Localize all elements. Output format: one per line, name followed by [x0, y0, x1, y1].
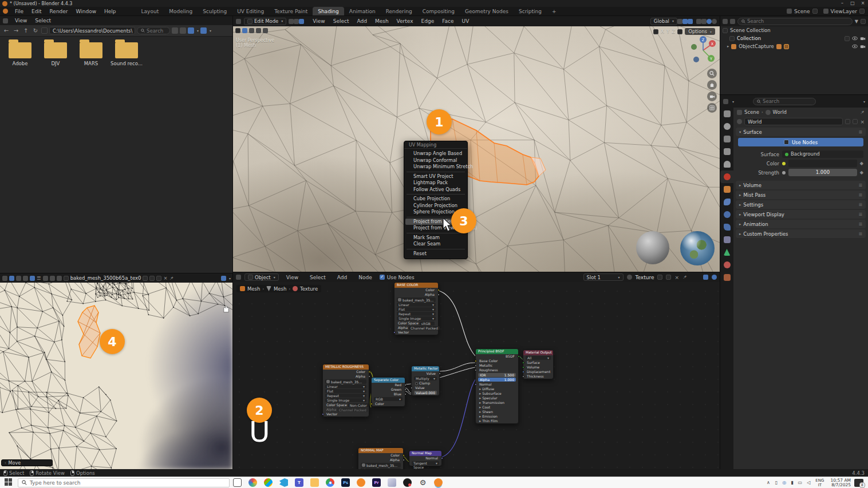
- app-icon-media[interactable]: [403, 478, 412, 487]
- tab-output[interactable]: [720, 133, 733, 145]
- outliner-row-collection[interactable]: Collection: [720, 34, 868, 42]
- premiere-icon[interactable]: Pr: [372, 478, 381, 487]
- filter-icon[interactable]: [200, 27, 207, 34]
- pivot-icon[interactable]: [43, 276, 48, 281]
- snap-magnet-icon[interactable]: [50, 276, 55, 281]
- forward-icon[interactable]: →: [12, 27, 20, 34]
- section-thin-film[interactable]: ▸ Thin Film: [476, 419, 518, 423]
- new-folder-icon[interactable]: [41, 27, 48, 34]
- snapping-icon[interactable]: [703, 275, 708, 280]
- node-metallic-factor[interactable]: Metallic Factor Value Multiply▾ Clamp Va…: [411, 366, 440, 396]
- shading-wireframe-icon[interactable]: [696, 19, 701, 24]
- shading-rendered-icon[interactable]: [712, 19, 717, 24]
- extension-dropdown[interactable]: Repeat▾: [325, 394, 366, 398]
- fake-user-shield-icon[interactable]: [845, 119, 850, 124]
- menu-item-reset[interactable]: Reset: [404, 251, 467, 257]
- settings-panel-header[interactable]: ▸Settings☰: [736, 200, 866, 209]
- uv-face-select-icon[interactable]: [30, 276, 35, 281]
- refresh-icon[interactable]: ↻: [31, 27, 40, 34]
- menu-file[interactable]: File: [11, 7, 27, 16]
- volume-panel-header[interactable]: ▸Volume☰: [736, 181, 866, 189]
- menu-item-unwrap-conformal[interactable]: Unwrap Conformal: [404, 157, 467, 164]
- extension-dropdown[interactable]: Repeat▾: [397, 312, 436, 316]
- world-browse-icon[interactable]: [737, 119, 742, 124]
- vp-menu-vertex[interactable]: Vertex: [393, 17, 417, 26]
- rotate-tool-icon[interactable]: [256, 28, 261, 33]
- vertex-select-icon[interactable]: [289, 19, 294, 24]
- surface-value-dropdown[interactable]: Background: [782, 150, 863, 158]
- tab-scene[interactable]: [720, 158, 733, 170]
- navigation-gizmo[interactable]: X Y Z: [688, 35, 718, 65]
- menu-render[interactable]: Render: [46, 7, 72, 16]
- workspace-tab-shading[interactable]: Shading: [313, 7, 344, 16]
- uv-sync-icon[interactable]: [9, 276, 14, 281]
- zoom-view-icon[interactable]: [707, 69, 717, 78]
- workspace-tab-compositing[interactable]: Compositing: [417, 7, 460, 16]
- outliner-row-scene-collection[interactable]: Scene Collection: [720, 26, 868, 34]
- tray-expand-icon[interactable]: ∧: [767, 480, 770, 485]
- mist-pass-panel-header[interactable]: ▸Mist Pass☰: [736, 191, 866, 199]
- unlink-icon[interactable]: ×: [163, 275, 167, 281]
- material-browse-icon[interactable]: [627, 275, 632, 280]
- gray-sphere-object[interactable]: [636, 231, 669, 264]
- node-separate-color[interactable]: Separate Color Red Green Blue RGB▾ Color: [371, 377, 405, 407]
- projection-dropdown[interactable]: Flat▾: [397, 307, 436, 311]
- animation-panel-header[interactable]: ▸Animation☰: [736, 220, 866, 228]
- disable-render-camera-icon[interactable]: [860, 36, 866, 41]
- tray-clipboard-icon[interactable]: ▯: [775, 480, 778, 485]
- editor-type-icon[interactable]: [236, 275, 241, 280]
- blender-icon[interactable]: [357, 478, 365, 487]
- snap-individual-icon[interactable]: [677, 29, 682, 34]
- hide-eye-icon[interactable]: [852, 36, 858, 41]
- animate-diamond-icon[interactable]: ◆: [860, 161, 863, 166]
- menu-help[interactable]: Help: [100, 7, 120, 16]
- use-nodes-checkbox[interactable]: ✓ Use Nodes: [380, 275, 415, 280]
- ne-menu-add[interactable]: Add: [333, 273, 351, 282]
- app-icon-3d-viewer[interactable]: [388, 478, 396, 487]
- alpha-field[interactable]: Alpha1.000: [478, 378, 516, 382]
- tab-physics[interactable]: [720, 221, 733, 233]
- colorspace-dropdown[interactable]: sRGB: [420, 322, 435, 326]
- workspace-tab-scripting[interactable]: Scripting: [514, 7, 547, 16]
- blender-active-icon[interactable]: [434, 478, 443, 487]
- section-subsurface[interactable]: ▸ Subsurface: [476, 391, 518, 396]
- outliner-search-input[interactable]: Search: [737, 18, 853, 25]
- section-transmission[interactable]: ▸ Transmission: [476, 400, 518, 405]
- add-workspace-button[interactable]: +: [547, 7, 562, 16]
- app-icon-designer[interactable]: [264, 478, 273, 487]
- minimize-button[interactable]: –: [837, 0, 847, 7]
- node-metallic-roughness[interactable]: METALLIC ROUGHNESS Color Alpha baked_mes…: [322, 364, 369, 417]
- node-principled-bsdf[interactable]: Principled BSDF BSDF Base Color Metallic…: [475, 348, 519, 424]
- overlay-toggle-icon[interactable]: [712, 275, 717, 280]
- tab-constraints[interactable]: [720, 233, 733, 246]
- vp-menu-face[interactable]: Face: [438, 17, 457, 26]
- operation-dropdown[interactable]: Multiply▾: [414, 376, 437, 380]
- settings-gear-icon[interactable]: ⚙: [419, 478, 427, 487]
- back-icon[interactable]: ←: [2, 27, 10, 34]
- unlink-icon[interactable]: ×: [674, 275, 679, 280]
- mirror-y[interactable]: Y: [666, 29, 669, 34]
- tray-bluetooth-icon[interactable]: ◎: [782, 480, 786, 485]
- menu-item-unwrap-angle[interactable]: Unwrap Angle Based: [404, 150, 467, 157]
- target-dropdown[interactable]: All▾: [526, 356, 551, 360]
- vp-menu-uv[interactable]: UV: [458, 17, 474, 26]
- alpha-dropdown[interactable]: Channel Packed: [409, 326, 440, 330]
- surface-panel-header[interactable]: ▾Surface ☰: [736, 128, 866, 136]
- section-emission[interactable]: ▸ Emission: [476, 414, 518, 419]
- notification-center-icon[interactable]: 8: [854, 479, 863, 487]
- box-select-tool-icon[interactable]: [242, 28, 247, 33]
- node-base-color[interactable]: BASE COLOR Color Alpha baked_mesh_35... …: [394, 282, 439, 335]
- new-datablock-icon[interactable]: [853, 119, 858, 124]
- maximize-button[interactable]: □: [847, 0, 858, 7]
- file-explorer-icon[interactable]: [310, 478, 319, 487]
- orientation-dropdown[interactable]: Global▾: [650, 18, 677, 25]
- exclude-checkbox-icon[interactable]: [845, 36, 850, 41]
- mirror-icon[interactable]: [653, 29, 658, 34]
- up-icon[interactable]: ↑: [22, 27, 30, 34]
- menu-item-smart-uv[interactable]: Smart UV Project: [404, 173, 467, 180]
- image-selector[interactable]: baked_mesh_35...: [397, 297, 436, 302]
- new-material-icon[interactable]: [666, 275, 671, 280]
- edge-select-icon[interactable]: [294, 19, 299, 24]
- image-selector[interactable]: baked_mesh_35...: [361, 463, 401, 467]
- ne-menu-view[interactable]: View: [282, 273, 302, 282]
